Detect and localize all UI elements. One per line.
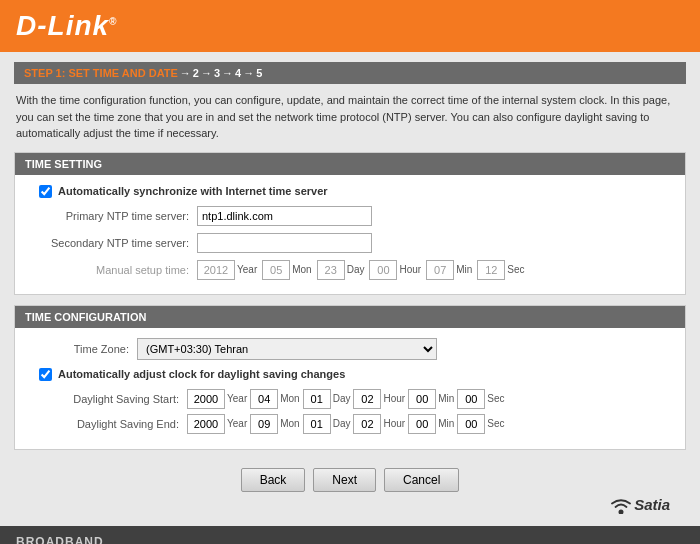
auto-sync-checkbox[interactable] — [39, 185, 52, 198]
manual-min-input[interactable] — [426, 260, 454, 280]
arrow2: → — [201, 67, 212, 79]
time-setting-header: TIME SETTING — [15, 153, 685, 175]
next-button[interactable]: Next — [313, 468, 376, 492]
dst-end-mon-input[interactable] — [250, 414, 278, 434]
dst-start-sec-input[interactable] — [457, 389, 485, 409]
dst-end-year-label: Year — [227, 418, 247, 429]
dst-start-year-input[interactable] — [187, 389, 225, 409]
step4-label: 4 — [235, 67, 241, 79]
svg-point-0 — [619, 509, 624, 514]
dst-start-sec-unit: Sec — [457, 389, 506, 409]
manual-mon-unit: Mon — [262, 260, 314, 280]
dst-end-hour-label: Hour — [383, 418, 405, 429]
dst-end-day-label: Day — [333, 418, 351, 429]
manual-day-input[interactable] — [317, 260, 345, 280]
manual-min-unit: Min — [426, 260, 475, 280]
manual-hour-unit: Hour — [369, 260, 424, 280]
dst-start-label: Daylight Saving Start: — [29, 393, 179, 405]
arrow1: → — [180, 67, 191, 79]
dst-start-day-label: Day — [333, 393, 351, 404]
manual-day-unit: Day — [317, 260, 368, 280]
primary-ntp-input[interactable] — [197, 206, 372, 226]
manual-min-label: Min — [456, 264, 472, 275]
arrow4: → — [243, 67, 254, 79]
dst-end-year-input[interactable] — [187, 414, 225, 434]
step-bar: STEP 1: SET TIME AND DATE → 2 → 3 → 4 → … — [14, 62, 686, 84]
dst-end-hour-input[interactable] — [353, 414, 381, 434]
cancel-button[interactable]: Cancel — [384, 468, 459, 492]
dst-end-min-unit: Min — [408, 414, 456, 434]
dst-end-sec-input[interactable] — [457, 414, 485, 434]
manual-hour-label: Hour — [399, 264, 421, 275]
dst-start-min-input[interactable] — [408, 389, 436, 409]
time-setting-body: Automatically synchronize with Internet … — [15, 175, 685, 294]
dlink-logo: D-Link® — [16, 10, 117, 42]
wifi-icon — [610, 496, 632, 514]
dst-start-year-label: Year — [227, 393, 247, 404]
manual-year-input[interactable] — [197, 260, 235, 280]
secondary-ntp-input[interactable] — [197, 233, 372, 253]
secondary-ntp-label: Secondary NTP time server: — [29, 237, 189, 249]
back-button[interactable]: Back — [241, 468, 306, 492]
timezone-select[interactable]: (GMT+03:30) Tehran — [137, 338, 437, 360]
manual-sec-input[interactable] — [477, 260, 505, 280]
dst-end-min-input[interactable] — [408, 414, 436, 434]
dst-start-row: Daylight Saving Start: Year Mon Day Hour — [29, 389, 671, 409]
auto-dst-checkbox[interactable] — [39, 368, 52, 381]
dst-end-sec-label: Sec — [487, 418, 504, 429]
dst-start-sec-label: Sec — [487, 393, 504, 404]
satia-text: Satia — [634, 496, 670, 513]
primary-ntp-label: Primary NTP time server: — [29, 210, 189, 222]
footer: BROADBAND — [0, 526, 700, 545]
dst-end-label: Daylight Saving End: — [29, 418, 179, 430]
manual-mon-input[interactable] — [262, 260, 290, 280]
satia-logo: Satia — [610, 496, 670, 514]
manual-time-label: Manual setup time: — [29, 264, 189, 276]
primary-ntp-row: Primary NTP time server: — [29, 206, 671, 226]
dst-end-year-unit: Year — [187, 414, 249, 434]
timezone-row: Time Zone: (GMT+03:30) Tehran — [29, 338, 671, 360]
auto-sync-row: Automatically synchronize with Internet … — [29, 185, 671, 198]
dst-end-min-label: Min — [438, 418, 454, 429]
header: D-Link® — [0, 0, 700, 52]
time-config-section: TIME CONFIGURATION Time Zone: (GMT+03:30… — [14, 305, 686, 450]
step2-label: 2 — [193, 67, 199, 79]
auto-dst-label: Automatically adjust clock for daylight … — [58, 368, 345, 380]
satia-area: Satia — [14, 496, 686, 514]
manual-sec-unit: Sec — [477, 260, 527, 280]
dst-start-day-input[interactable] — [303, 389, 331, 409]
manual-year-unit: Year — [197, 260, 260, 280]
dst-start-year-unit: Year — [187, 389, 249, 409]
manual-time-row: Manual setup time: Year Mon Day Hour — [29, 260, 671, 280]
dst-start-min-label: Min — [438, 393, 454, 404]
step5-label: 5 — [256, 67, 262, 79]
dst-start-hour-input[interactable] — [353, 389, 381, 409]
manual-year-label: Year — [237, 264, 257, 275]
button-row: Back Next Cancel — [14, 460, 686, 500]
dst-start-min-unit: Min — [408, 389, 456, 409]
timezone-label: Time Zone: — [29, 343, 129, 355]
manual-hour-input[interactable] — [369, 260, 397, 280]
manual-mon-label: Mon — [292, 264, 311, 275]
dst-end-mon-label: Mon — [280, 418, 299, 429]
main-content: STEP 1: SET TIME AND DATE → 2 → 3 → 4 → … — [0, 52, 700, 526]
step3-label: 3 — [214, 67, 220, 79]
dst-start-day-unit: Day — [303, 389, 353, 409]
dst-end-sec-unit: Sec — [457, 414, 506, 434]
dst-end-row: Daylight Saving End: Year Mon Day Hour — [29, 414, 671, 434]
dst-start-mon-label: Mon — [280, 393, 299, 404]
footer-label: BROADBAND — [16, 535, 104, 545]
secondary-ntp-row: Secondary NTP time server: — [29, 233, 671, 253]
time-setting-section: TIME SETTING Automatically synchronize w… — [14, 152, 686, 295]
time-config-header: TIME CONFIGURATION — [15, 306, 685, 328]
dst-end-hour-unit: Hour — [353, 414, 407, 434]
dst-end-day-input[interactable] — [303, 414, 331, 434]
step1-label: STEP 1: SET TIME AND DATE — [24, 67, 178, 79]
manual-sec-label: Sec — [507, 264, 524, 275]
dst-start-hour-unit: Hour — [353, 389, 407, 409]
dst-start-hour-label: Hour — [383, 393, 405, 404]
arrow3: → — [222, 67, 233, 79]
logo-registered: ® — [109, 16, 117, 27]
description-text: With the time configuration function, yo… — [14, 92, 686, 142]
dst-start-mon-input[interactable] — [250, 389, 278, 409]
